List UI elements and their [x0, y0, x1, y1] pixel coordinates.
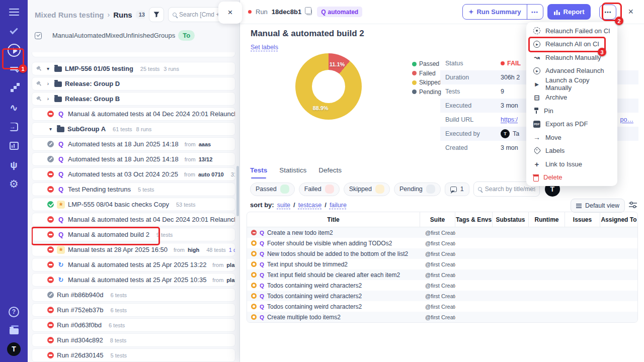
runs-filter-tab[interactable]: Mixed	[106, 32, 123, 39]
runs-filter-tab[interactable]: Automated	[74, 32, 106, 39]
info-value: FAIL	[501, 60, 521, 67]
hamburger-menu-icon[interactable]	[7, 6, 22, 18]
projects-folders-icon[interactable]	[7, 324, 22, 336]
status-filter-chip[interactable]: Pending	[394, 183, 441, 196]
detail-tab[interactable]: Tests	[250, 166, 267, 177]
settings-gear-icon[interactable]	[7, 178, 22, 190]
more-actions-button[interactable]: ⋯	[599, 5, 616, 20]
menu-item[interactable]: Labels	[526, 144, 617, 158]
test-row[interactable]: Todos containing weird characters2 @firs…	[247, 280, 637, 291]
column-header[interactable]: Assigned To	[600, 212, 637, 227]
failed-icon	[47, 277, 54, 283]
status-filter-chip[interactable]: Passed	[250, 183, 295, 196]
chevron-icon[interactable]: ›	[45, 96, 51, 102]
close-panel-button[interactable]: ×	[625, 6, 636, 18]
run-row[interactable]: Automated tests at 18 Jun 2025 14:18 fro…	[32, 137, 235, 151]
column-header[interactable]: Runtime	[529, 212, 565, 227]
test-row[interactable]: Todos containing weird characters2 @firs…	[247, 301, 637, 312]
menu-item[interactable]: Archive	[526, 91, 617, 105]
branch-icon[interactable]	[7, 159, 22, 171]
run-row[interactable]: Manual & automated tests at 25 Apr 2025 …	[32, 273, 235, 287]
group-row[interactable]: › Release: Group B	[32, 92, 235, 106]
chevron-icon[interactable]: ▾	[45, 66, 51, 71]
status-filter-chip[interactable]: Skipped	[344, 183, 390, 196]
menu-item[interactable]: Advanced Relaunch	[526, 64, 617, 78]
build-url-link[interactable]: po…	[620, 116, 633, 123]
report-button[interactable]: Report	[547, 4, 591, 20]
comments-filter-chip[interactable]: 1	[445, 183, 469, 196]
menu-item[interactable]: Relaunch Failed on CI	[526, 24, 617, 38]
pulse-icon[interactable]	[7, 102, 22, 114]
run-row[interactable]: Manual & automated tests at 04 Dec 2024 …	[32, 213, 235, 226]
run-row[interactable]: Run #d304c892 8 tests	[32, 333, 235, 347]
run-row[interactable]: Run #752eb37b 6 tests	[32, 303, 235, 317]
group-row[interactable]: › Release: Group D	[32, 77, 235, 90]
test-row[interactable]: Text input field should be cleared after…	[247, 269, 637, 280]
sort-by-failure-link[interactable]: failure	[330, 202, 347, 209]
sort-by-suite-link[interactable]: suite	[277, 202, 290, 209]
status-filter-chip[interactable]: Failed	[299, 183, 340, 196]
select-runs-icon[interactable]	[35, 32, 42, 39]
run-row-selected[interactable]: Manual & automated build 2 9 tests	[32, 228, 235, 241]
run-defects-link[interactable]: 1 defects	[229, 247, 235, 253]
run-summary-more-button[interactable]: ⋯	[527, 5, 543, 19]
column-header[interactable]: Issues	[565, 212, 600, 227]
column-header[interactable]: Tags & Envs	[455, 212, 493, 227]
import-icon[interactable]	[7, 121, 22, 133]
default-view-button[interactable]: Default view	[571, 199, 625, 213]
analytics-chart-icon[interactable]	[7, 140, 22, 152]
chevron-icon[interactable]: ›	[45, 81, 51, 86]
copy-icon[interactable]	[306, 9, 312, 15]
run-row[interactable]: Automated tests at 18 Jun 2025 14:18 fro…	[32, 152, 235, 166]
sparkle-icon	[468, 10, 473, 15]
menu-item[interactable]: Launch a Copy Manually	[526, 77, 617, 91]
run-source-label: auto 0710	[198, 171, 224, 177]
popover-close-button[interactable]: ×	[224, 6, 237, 20]
play-circle-icon[interactable]	[7, 44, 22, 56]
runs-filter-tab[interactable]: Unfinished	[123, 32, 153, 39]
app-logo[interactable]: T	[7, 343, 22, 355]
steps-icon[interactable]	[7, 82, 22, 95]
menu-item[interactable]: Move	[526, 131, 617, 144]
column-header[interactable]: Substatus	[493, 212, 529, 227]
run-row[interactable]: LMP-555 08/04 basic checks Copy 53 tests	[32, 198, 235, 211]
column-header[interactable]: Suite	[420, 212, 455, 227]
menu-item[interactable]: Pin	[526, 104, 617, 118]
run-row[interactable]: Manual & automated tests at 04 Dec 2024 …	[32, 107, 235, 121]
runs-filter-tab[interactable]: Groups	[154, 32, 176, 39]
chevron-icon[interactable]: ▾	[47, 126, 54, 132]
set-labels-link[interactable]: Set labels	[251, 44, 278, 51]
test-row[interactable]: New todos should be added to the bottom …	[247, 248, 637, 259]
breadcrumb-project[interactable]: Mixed Runs testing	[35, 11, 104, 19]
run-row[interactable]: Manual tests at 28 Apr 2025 16:50 from h…	[32, 243, 235, 256]
test-row[interactable]: Todos containing weird characters2 @firs…	[247, 291, 637, 301]
run-row[interactable]: Run #26d30145 5 tests	[32, 348, 235, 362]
sort-by-testcase-link[interactable]: testcase	[298, 202, 322, 209]
menu-item[interactable]: Link to Issue	[526, 157, 617, 171]
column-settings-icon[interactable]	[629, 201, 637, 209]
tests-search-input[interactable]	[485, 186, 535, 193]
checkmark-icon[interactable]	[7, 25, 22, 37]
test-row[interactable]: Footer should be visible when adding TOD…	[247, 238, 637, 248]
scrollbar-thumb[interactable]	[236, 166, 239, 216]
detail-tab[interactable]: Statistics	[279, 166, 306, 177]
run-row[interactable]: Run #0d63f0bd 6 tests	[32, 318, 235, 332]
menu-item[interactable]: Delete	[526, 171, 617, 185]
group-row[interactable]: ▾ LMP-556 01/05 testing 25 tests 3 runs	[32, 62, 235, 75]
run-row[interactable]: Automated tests at 03 Oct 2024 20:25 fro…	[32, 167, 235, 181]
test-row[interactable]: Create multiple todo items2 @first Creat…	[247, 312, 637, 322]
run-row[interactable]: Manual & automated tests at 25 Apr 2025 …	[32, 258, 235, 272]
run-summary-button[interactable]: Run Summary	[463, 5, 526, 19]
run-row[interactable]: Test Pending testruns 5 tests	[32, 183, 235, 196]
runs-filter-tab[interactable]: To	[178, 30, 195, 41]
run-row[interactable]: Run #b86b940d 6 tests	[32, 288, 235, 302]
group-row[interactable]: ▾ SubGroup A 61 tests 8 runs	[32, 122, 235, 136]
help-icon[interactable]	[7, 306, 22, 318]
menu-item[interactable]: Export as PDF	[526, 118, 617, 131]
runs-filter-tab[interactable]: Manual	[52, 32, 74, 39]
column-header[interactable]: Title	[247, 212, 420, 227]
test-row[interactable]: Text input should be trimmed2 @first Cre…	[247, 259, 637, 269]
filter-button[interactable]	[149, 7, 164, 22]
test-row[interactable]: Create a new todo item2 @first Create …	[247, 227, 637, 238]
detail-tab[interactable]: Defects	[318, 166, 342, 177]
